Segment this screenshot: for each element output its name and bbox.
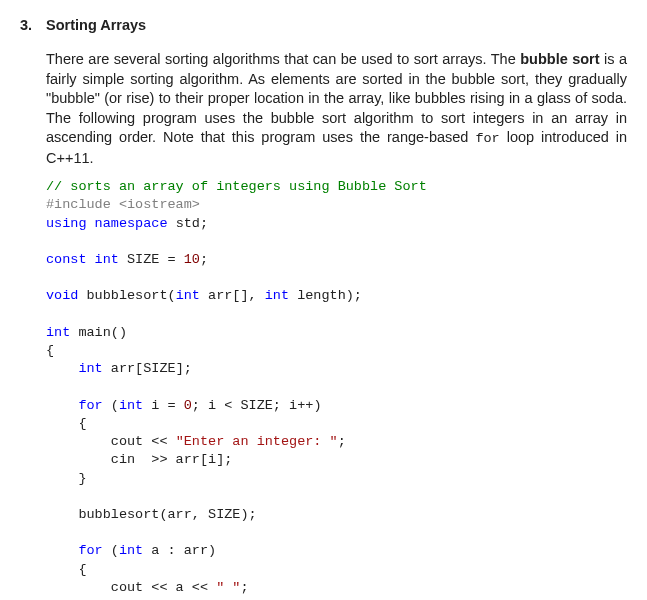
code-brace: } [46, 471, 87, 486]
code-type-int: int [46, 325, 70, 340]
code-type-int: int [119, 398, 143, 413]
code-for-init: i = [143, 398, 184, 413]
code-kw-namespace: namespace [87, 216, 168, 231]
term-bubble-sort: bubble sort [520, 51, 599, 67]
code-kw-using: using [46, 216, 87, 231]
code-kw-const: const [46, 252, 87, 267]
code-semi: ; [338, 434, 346, 449]
code-type-int: int [119, 543, 143, 558]
code-cout-2: cout << a << [46, 580, 216, 595]
code-for-rest: ; i < SIZE; i++) [192, 398, 322, 413]
code-std: std; [168, 216, 209, 231]
section-title: Sorting Arrays [46, 16, 146, 36]
code-cout-1: cout << [46, 434, 176, 449]
para-text-1: There are several sorting algorithms tha… [46, 51, 516, 67]
code-num-10: 10 [184, 252, 200, 267]
code-main: main() [70, 325, 127, 340]
code-type-int: int [46, 361, 103, 376]
code-proto-2: arr[], [200, 288, 265, 303]
code-proto-3: length); [289, 288, 362, 303]
code-for-range: a : arr) [143, 543, 216, 558]
code-block: // sorts an array of integers using Bubb… [46, 178, 627, 600]
code-brace: { [46, 562, 87, 577]
code-brace: { [46, 416, 87, 431]
code-num-0: 0 [184, 398, 192, 413]
code-type-int: int [176, 288, 200, 303]
code-type-int: int [87, 252, 119, 267]
code-kw-void: void [46, 288, 78, 303]
code-kw-for: for [46, 398, 103, 413]
inline-code-for: for [475, 131, 499, 146]
code-for-open: ( [103, 398, 119, 413]
intro-paragraph: There are several sorting algorithms tha… [46, 50, 627, 168]
code-kw-for: for [46, 543, 103, 558]
code-call: bubblesort(arr, SIZE); [46, 507, 257, 522]
code-type-int: int [265, 288, 289, 303]
code-include: #include <iostream> [46, 197, 200, 212]
section-number: 3. [20, 16, 46, 36]
code-brace: { [46, 343, 54, 358]
code-for-open: ( [103, 543, 119, 558]
code-string-space: " " [216, 580, 240, 595]
code-size-decl: SIZE = [119, 252, 184, 267]
section-heading: 3. Sorting Arrays [20, 16, 627, 36]
code-arr-decl: arr[SIZE]; [103, 361, 192, 376]
code-semi: ; [200, 252, 208, 267]
code-cin: cin >> arr[i]; [46, 452, 232, 467]
code-semi: ; [240, 580, 248, 595]
code-proto-1: bubblesort( [78, 288, 175, 303]
code-string-enter: "Enter an integer: " [176, 434, 338, 449]
code-comment: // sorts an array of integers using Bubb… [46, 179, 427, 194]
